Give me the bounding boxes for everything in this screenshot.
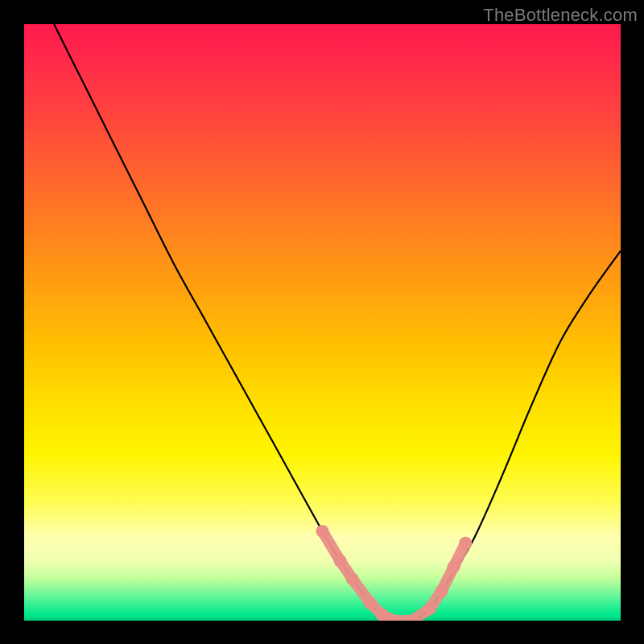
chart-frame: TheBottleneck.com <box>0 0 644 644</box>
highlight-dot <box>346 572 359 585</box>
chart-svg <box>24 24 621 621</box>
watermark-text: TheBottleneck.com <box>483 5 638 26</box>
highlight-dot <box>316 525 329 538</box>
highlight-dots <box>316 525 473 621</box>
highlight-dot <box>423 602 436 615</box>
highlight-dots-stroke <box>323 531 466 621</box>
highlight-dot <box>448 560 460 573</box>
highlight-dot <box>376 609 389 621</box>
highlight-dot <box>334 555 347 568</box>
plot-area <box>24 24 621 621</box>
highlight-dot <box>436 584 448 597</box>
highlight-dot <box>459 537 472 550</box>
bottleneck-curve <box>54 24 621 621</box>
highlight-dot <box>364 597 377 609</box>
bottleneck-curve-path <box>54 24 621 621</box>
